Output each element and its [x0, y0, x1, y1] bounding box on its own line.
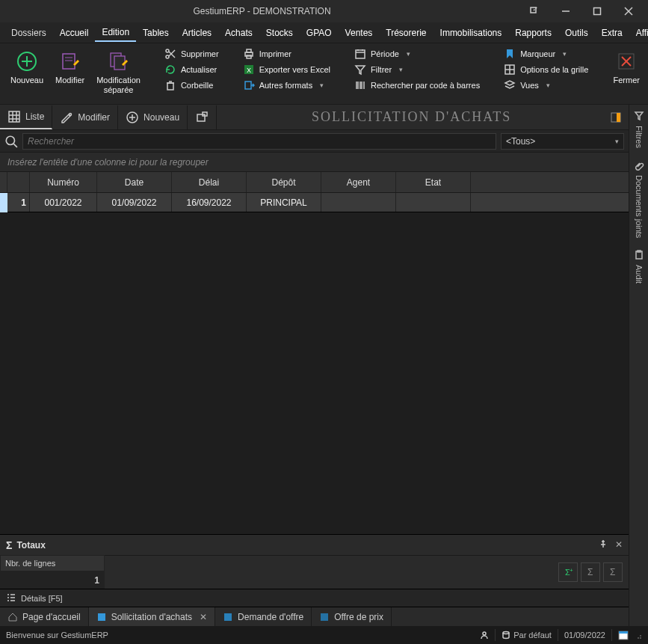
pin-button[interactable] — [599, 539, 608, 551]
menu-extra[interactable]: Extra — [595, 25, 629, 41]
filter-dropdown[interactable]: <Tous> ▾ — [501, 133, 624, 150]
menu-immobilisations[interactable]: Immobilisations — [433, 25, 509, 41]
imprimer-button[interactable]: Imprimer — [238, 46, 335, 61]
sum-button[interactable]: Σ — [581, 562, 600, 582]
status-resize-grip[interactable] — [633, 631, 642, 640]
options-grille-button[interactable]: Options de la grille — [499, 62, 593, 77]
grid-empty-area — [0, 212, 629, 534]
vues-button[interactable]: Vues▾ — [499, 78, 593, 93]
minimize-button[interactable] — [551, 1, 581, 22]
menu-dossiers[interactable]: Dossiers — [4, 25, 53, 41]
details-bar[interactable]: Détails [F5] — [0, 589, 629, 607]
tab-demande[interactable]: Demande d'offre — [215, 607, 312, 626]
cell-date[interactable]: 01/09/2022 — [97, 193, 172, 212]
menu-rapports[interactable]: Rapports — [508, 25, 558, 41]
modification-separee-button[interactable]: Modification séparée — [92, 46, 145, 98]
rail-audit[interactable]: Audit — [632, 244, 646, 289]
groupby-strip[interactable]: Insérez l'entête d'une colonne ici pour … — [0, 153, 629, 172]
exporter-excel-button[interactable]: XExporter vers Excel — [238, 62, 335, 77]
tab-accueil-label: Page d'accueil — [22, 612, 81, 622]
sum-alt-button[interactable]: Σ — [603, 562, 623, 582]
svg-rect-21 — [247, 49, 251, 52]
cell-etat[interactable] — [396, 193, 471, 212]
maximize-button[interactable] — [582, 1, 612, 22]
titlebar: GestiumERP - DEMONSTRATION — [0, 0, 648, 22]
menu-affichage[interactable]: Affichage — [629, 25, 648, 41]
close-totaux-button[interactable]: ✕ — [615, 539, 623, 551]
tab-offre[interactable]: Offre de prix — [312, 607, 392, 626]
nouveau-button[interactable]: Nouveau — [6, 46, 48, 88]
popup-view-button[interactable] — [188, 105, 217, 129]
clipboard-icon — [634, 250, 644, 260]
status-defaut[interactable]: Par défaut — [502, 631, 552, 640]
svg-line-55 — [13, 144, 17, 147]
col-agent[interactable]: Agent — [321, 172, 396, 192]
calendar-icon — [354, 48, 366, 60]
col-date[interactable]: Date — [97, 172, 172, 192]
user-icon — [480, 631, 489, 640]
col-depot[interactable]: Dépôt — [247, 172, 321, 192]
liste-label: Liste — [25, 111, 44, 122]
search-input[interactable] — [22, 133, 496, 150]
filtrer-button[interactable]: Filtrer▾ — [350, 62, 484, 77]
cell-agent[interactable] — [321, 193, 396, 212]
tab-close-button[interactable]: ✕ — [200, 612, 207, 622]
svg-point-75 — [640, 637, 641, 639]
col-delai[interactable]: Délai — [172, 172, 247, 192]
fermer-button[interactable]: Fermer — [608, 46, 645, 88]
chevron-down-icon: ▾ — [546, 82, 550, 89]
fermer-label: Fermer — [614, 76, 640, 85]
supprimer-button[interactable]: Supprimer — [160, 46, 223, 61]
cell-numero[interactable]: 001/2022 — [30, 193, 97, 212]
corbeille-button[interactable]: Corbeille — [160, 78, 223, 93]
svg-point-76 — [638, 637, 639, 639]
svg-point-72 — [503, 632, 509, 634]
modifier-button[interactable]: Modifier — [51, 46, 89, 88]
window-title: GestiumERP - DEMONSTRATION — [4, 6, 519, 16]
popout-icon[interactable] — [519, 1, 549, 22]
close-x-icon — [614, 49, 638, 73]
menu-edition[interactable]: Edition — [95, 24, 136, 42]
cell-delai[interactable]: 16/09/2022 — [172, 193, 247, 212]
nouveau-view-button[interactable]: Nouveau — [118, 105, 188, 129]
col-etat[interactable]: Etat — [396, 172, 471, 192]
modifier-view-button[interactable]: Modifier — [52, 105, 118, 129]
svg-point-54 — [6, 136, 14, 144]
tab-sollicitation[interactable]: Sollicitation d'achats ✕ — [89, 607, 215, 626]
table-icon — [7, 110, 21, 123]
status-user[interactable] — [480, 631, 489, 640]
right-rail: Filtres Documents joints Audit — [629, 105, 648, 626]
titlebar-controls — [519, 1, 644, 22]
liste-view-button[interactable]: Liste — [0, 105, 52, 129]
search-icon[interactable] — [4, 135, 18, 148]
periode-button[interactable]: Période▾ — [350, 46, 484, 61]
scissors-icon — [164, 48, 176, 60]
status-date: 01/09/2022 — [564, 631, 605, 640]
rownum-header — [7, 172, 30, 192]
menu-achats[interactable]: Achats — [218, 25, 259, 41]
rail-filtres[interactable]: Filtres — [632, 105, 646, 154]
cell-depot[interactable]: PRINCIPAL — [247, 193, 321, 212]
menu-articles[interactable]: Articles — [176, 25, 218, 41]
table-row[interactable]: 1 001/2022 01/09/2022 16/09/2022 PRINCIP… — [0, 193, 629, 212]
menu-tresorerie[interactable]: Trésorerie — [379, 25, 433, 41]
menu-stocks[interactable]: Stocks — [259, 25, 300, 41]
tab-accueil[interactable]: Page d'accueil — [0, 607, 89, 626]
marqueur-button[interactable]: Marqueur▾ — [499, 46, 593, 61]
menu-tables[interactable]: Tables — [136, 25, 176, 41]
collapse-header-button[interactable] — [606, 108, 626, 127]
autres-formats-button[interactable]: Autres formats▾ — [238, 78, 335, 93]
rechercher-code-button[interactable]: Rechercher par code à barres — [350, 78, 484, 93]
menu-ventes[interactable]: Ventes — [339, 25, 380, 41]
status-calendar-button[interactable] — [618, 630, 629, 640]
col-numero[interactable]: Numéro — [30, 172, 97, 192]
modif-sep-label: Modification séparée — [96, 76, 141, 95]
home-icon — [7, 612, 18, 622]
rail-documents[interactable]: Documents joints — [632, 154, 646, 244]
actualiser-button[interactable]: Actualiser — [160, 62, 223, 77]
menu-accueil[interactable]: Accueil — [53, 25, 96, 41]
close-button[interactable] — [614, 1, 644, 22]
add-sum-button[interactable]: Σ+ — [558, 562, 578, 582]
menu-outils[interactable]: Outils — [558, 25, 595, 41]
menu-gpao[interactable]: GPAO — [300, 25, 339, 41]
